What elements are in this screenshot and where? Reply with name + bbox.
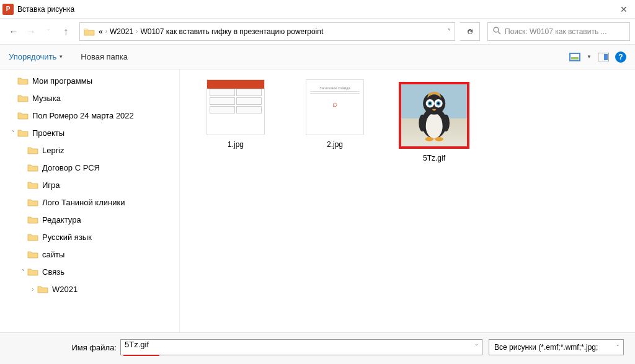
chevron-right-icon[interactable]: › <box>136 28 138 35</box>
chevron-down-icon[interactable]: ˅ <box>475 344 478 350</box>
folder-icon <box>27 198 38 206</box>
search-input[interactable]: Поиск: W0107 как вставить ... <box>487 22 630 41</box>
powerpoint-icon: P <box>2 4 14 15</box>
help-icon[interactable]: ? <box>615 51 626 63</box>
tree-item[interactable]: ›W2021 <box>0 280 179 298</box>
folder-icon <box>27 215 38 224</box>
back-arrow-icon[interactable]: ← <box>5 23 22 40</box>
tree-item[interactable]: Музыка <box>0 89 179 107</box>
file-item[interactable]: Заголовок слайда ⌕ 2.jpg <box>298 79 372 149</box>
new-folder-button[interactable]: Новая папка <box>81 52 128 61</box>
address-bar[interactable]: « › W2021 › W0107 как вставить гифку в п… <box>79 22 455 41</box>
collapse-icon[interactable]: ˅ <box>9 130 17 136</box>
forward-arrow-icon[interactable]: → <box>22 23 40 40</box>
file-thumbnail: Заголовок слайда ⌕ <box>306 79 364 135</box>
svg-point-14 <box>429 102 431 105</box>
chevron-down-icon[interactable]: ˅ <box>448 28 451 35</box>
folder-icon <box>17 76 29 85</box>
svg-point-17 <box>443 115 450 131</box>
folder-icon <box>37 285 48 293</box>
file-item[interactable]: 1.jpg <box>198 79 273 149</box>
folder-icon <box>27 267 38 276</box>
svg-point-19 <box>435 137 443 141</box>
tree-item[interactable]: ˅Проекты <box>0 124 179 141</box>
window-title: Вставка рисунка <box>17 5 615 14</box>
filename-input[interactable]: 5Tz.gif ˅ <box>120 339 482 355</box>
tree-item[interactable]: Игра <box>0 176 179 193</box>
chevron-down-icon: ▼ <box>58 54 63 60</box>
tree-item[interactable]: Пол Ромеро 24 марта 2022 <box>0 107 179 124</box>
tree-item[interactable]: Русский язык <box>0 228 179 246</box>
toolbar: Упорядочить▼ Новая папка ▼ ? <box>0 45 635 69</box>
file-list[interactable]: 1.jpg Заголовок слайда ⌕ 2.jpg <box>180 69 635 332</box>
svg-point-16 <box>419 115 425 131</box>
up-arrow-icon[interactable]: ↑ <box>57 23 74 40</box>
tree-item[interactable]: Мои программы <box>0 72 179 89</box>
expand-icon[interactable]: › <box>29 286 37 293</box>
chevron-right-icon[interactable]: › <box>105 28 107 35</box>
svg-point-0 <box>494 27 499 32</box>
file-label: 1.jpg <box>198 140 273 149</box>
folder-icon <box>27 250 38 259</box>
filename-label: Имя файла: <box>11 343 120 352</box>
refresh-icon[interactable] <box>460 22 480 41</box>
svg-point-18 <box>425 137 433 141</box>
dialog-footer: Имя файла: 5Tz.gif ˅ Все рисунки (*.emf;… <box>0 332 635 364</box>
breadcrumb-root[interactable]: « <box>99 27 103 36</box>
file-type-filter[interactable]: Все рисунки (*.emf;*.wmf;*.jpg; ˅ <box>489 339 624 355</box>
folder-icon <box>27 146 38 154</box>
main-area: Мои программы Музыка Пол Ромеро 24 марта… <box>0 69 635 332</box>
tree-item[interactable]: Редактура <box>0 211 179 228</box>
folder-icon <box>17 111 29 120</box>
search-placeholder: Поиск: W0107 как вставить ... <box>505 27 606 36</box>
folder-icon <box>27 180 38 189</box>
nav-bar: ← → ˅ ↑ « › W2021 › W0107 как вставить г… <box>0 19 635 45</box>
collapse-icon[interactable]: ˅ <box>19 269 27 275</box>
preview-pane-icon[interactable] <box>598 53 609 61</box>
folder-icon <box>27 163 38 172</box>
tree-item[interactable]: Договор С РСЯ <box>0 159 179 176</box>
tree-item[interactable]: ˅Связь <box>0 263 179 280</box>
tree-item[interactable]: Лого Таниной клиники <box>0 193 179 211</box>
file-thumbnail <box>206 79 265 135</box>
file-thumbnail <box>399 82 469 149</box>
breadcrumb-seg[interactable]: W2021 <box>110 27 133 36</box>
svg-rect-4 <box>571 57 579 60</box>
folder-tree[interactable]: Мои программы Музыка Пол Ромеро 24 марта… <box>0 69 180 332</box>
search-icon <box>493 27 501 37</box>
folder-icon <box>84 27 95 36</box>
breadcrumb-seg[interactable]: W0107 как вставить гифку в презентацию p… <box>140 27 323 36</box>
svg-point-15 <box>437 102 440 105</box>
close-icon[interactable]: ✕ <box>615 2 633 17</box>
folder-icon <box>17 94 29 102</box>
folder-icon <box>17 128 29 137</box>
filename-value: 5Tz.gif <box>125 340 149 349</box>
file-label: 2.jpg <box>298 140 372 149</box>
recent-chevron-icon[interactable]: ˅ <box>40 23 57 40</box>
titlebar: P Вставка рисунка ✕ <box>0 0 635 19</box>
svg-line-1 <box>498 32 500 34</box>
svg-point-8 <box>425 113 442 139</box>
tree-item[interactable]: сайты <box>0 246 179 263</box>
magnifier-icon: ⌕ <box>310 99 360 109</box>
file-label: 5Tz.gif <box>397 154 471 162</box>
svg-rect-6 <box>604 54 608 60</box>
chevron-down-icon[interactable]: ▼ <box>587 54 592 60</box>
organize-button[interactable]: Упорядочить▼ <box>9 52 63 61</box>
chevron-down-icon: ˅ <box>616 344 619 350</box>
folder-icon <box>27 233 38 241</box>
highlight-underline <box>123 355 159 356</box>
tree-item[interactable]: Lepriz <box>0 141 179 159</box>
file-item-selected[interactable]: 5Tz.gif <box>397 79 471 165</box>
view-mode-icon[interactable] <box>569 53 580 61</box>
